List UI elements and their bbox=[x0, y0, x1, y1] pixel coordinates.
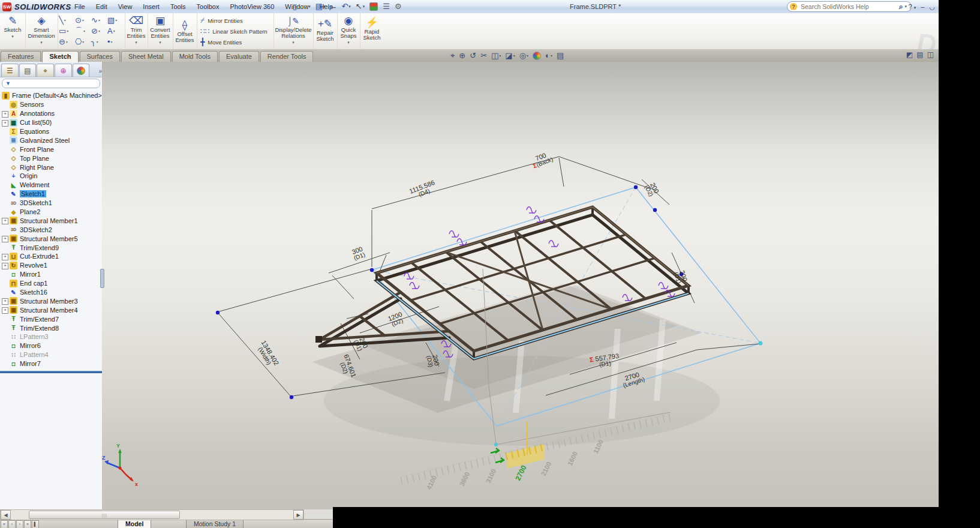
configurationmanager-tab-tab[interactable]: ⌖ bbox=[37, 64, 54, 77]
offset-entities-button[interactable]: ⟠ Offset Entities bbox=[173, 19, 197, 43]
tree-item-mirror6[interactable]: ◘Mirror6 bbox=[0, 341, 102, 350]
print-button[interactable]: ⌙ bbox=[328, 1, 338, 12]
expand-plus-icon[interactable]: + bbox=[2, 307, 8, 314]
slot-tool[interactable]: ⊖▾ bbox=[59, 37, 74, 47]
tab-surfaces[interactable]: Surfaces bbox=[80, 51, 120, 62]
weldment-annotation[interactable] bbox=[457, 239, 467, 245]
viewport-single-icon[interactable]: ◩ bbox=[906, 50, 913, 59]
tab-features[interactable]: Features bbox=[1, 51, 41, 62]
tree-item-trim-extend8[interactable]: ŦTrim/Extend8 bbox=[0, 323, 102, 332]
point-tool[interactable]: •▾ bbox=[107, 37, 123, 47]
select-button[interactable]: ↖▾ bbox=[354, 1, 366, 12]
chevron-down-icon[interactable]: ▾ bbox=[97, 40, 98, 44]
chevron-down-icon[interactable]: ▾ bbox=[66, 40, 68, 44]
weldment-annotation[interactable] bbox=[659, 283, 668, 289]
chevron-down-icon[interactable]: ▾ bbox=[159, 40, 161, 45]
tree-item-structural-member5[interactable]: +▣Structural Member5 bbox=[0, 234, 102, 243]
dimension-line[interactable] bbox=[559, 158, 564, 187]
tree-filter-input[interactable] bbox=[13, 80, 97, 87]
zoom-to-fit-button[interactable]: ⌖ bbox=[449, 50, 456, 61]
menu-item-tools[interactable]: Tools bbox=[165, 1, 191, 13]
previous-view-button[interactable]: ↺ bbox=[468, 50, 478, 61]
dimension-label[interactable]: 700Σ(Back) bbox=[530, 149, 554, 169]
chevron-down-icon[interactable]: ▾ bbox=[499, 53, 501, 58]
view-orientation-button[interactable]: ◫▾ bbox=[489, 50, 503, 61]
tree-item-front-plane[interactable]: ◇Front Plane bbox=[0, 145, 102, 154]
dimension-label[interactable]: 1348.402(Width) bbox=[255, 339, 280, 370]
rebuild-button[interactable] bbox=[368, 1, 380, 12]
circle-tool[interactable]: ⊙▾ bbox=[75, 15, 91, 25]
drag-arrow-icon[interactable] bbox=[491, 448, 499, 453]
tree-item-annotations[interactable]: +AAnnotations bbox=[0, 109, 102, 118]
dimension-label[interactable]: 1200(D2) bbox=[387, 310, 405, 328]
graphics-viewport[interactable]: 1115.586(D4)700Σ(Back)300(D1)200(D2)1348… bbox=[102, 62, 939, 509]
chevron-down-icon[interactable]: ▾ bbox=[83, 29, 85, 33]
search-icon[interactable]: ⌕ bbox=[899, 2, 903, 11]
expand-plus-icon[interactable]: + bbox=[2, 254, 8, 260]
scrollbar-thumb[interactable]: ||| bbox=[29, 511, 180, 519]
tree-item-trim-extend7[interactable]: ŦTrim/Extend7 bbox=[0, 314, 102, 323]
rollback-bar[interactable] bbox=[0, 371, 102, 373]
tree-item-right-plane[interactable]: ◇Right Plane bbox=[0, 163, 102, 172]
tree-item-frame-default-as-machined[interactable]: ▮Frame (Default<As Machined>< bbox=[0, 91, 102, 100]
expand-plus-icon[interactable]: + bbox=[2, 111, 8, 118]
sketch-point[interactable] bbox=[653, 208, 657, 212]
chevron-down-icon[interactable]: ▾ bbox=[82, 40, 84, 44]
options-button[interactable]: ⚙ bbox=[393, 1, 404, 12]
apply-scene-button[interactable]: ◐▾ bbox=[543, 50, 554, 61]
tab-mold-tools[interactable]: Mold Tools bbox=[172, 51, 218, 62]
sketch-point[interactable] bbox=[634, 185, 638, 189]
chevron-down-icon[interactable]: ▾ bbox=[11, 34, 14, 39]
sketch-point[interactable] bbox=[216, 311, 220, 314]
undo-button[interactable]: ↶▾ bbox=[339, 1, 352, 12]
menu-item-view[interactable]: View bbox=[113, 1, 138, 13]
chevron-down-icon[interactable]: ▾ bbox=[308, 4, 311, 9]
chevron-down-icon[interactable]: ▾ bbox=[135, 40, 137, 45]
viewport-canvas[interactable]: 1115.586(D4)700Σ(Back)300(D1)200(D2)1348… bbox=[102, 62, 939, 509]
tree-item-cut-list-50[interactable]: +▦Cut list(50) bbox=[0, 118, 102, 127]
chevron-down-icon[interactable]: ▾ bbox=[113, 29, 115, 33]
panel-splitter-handle[interactable] bbox=[100, 269, 104, 288]
repair-sketch-button[interactable]: +✎ Repair Sketch bbox=[313, 18, 337, 42]
tree-item-cut-extrude1[interactable]: +⊔Cut-Extrude1 bbox=[0, 252, 102, 261]
minimize-button[interactable]: – bbox=[918, 1, 927, 12]
convert-entities-button[interactable]: ▣ Convert Entities ▾ bbox=[148, 15, 173, 45]
hitch-coupler[interactable] bbox=[315, 336, 322, 343]
chevron-down-icon[interactable]: ▾ bbox=[115, 18, 117, 22]
weldment-annotation[interactable] bbox=[449, 231, 459, 238]
weldment-annotation[interactable] bbox=[623, 295, 632, 301]
dimension-line[interactable] bbox=[559, 157, 651, 189]
menu-item-photoview-360[interactable]: PhotoView 360 bbox=[224, 1, 279, 13]
rectangle-tool[interactable]: ▭▾ bbox=[59, 26, 74, 36]
propertymanager-tab-tab[interactable]: ▤ bbox=[19, 64, 37, 77]
chevron-down-icon[interactable]: ▾ bbox=[363, 4, 365, 9]
tree-item-3dsketch1[interactable]: 3D3DSketch1 bbox=[0, 199, 102, 208]
tree-item-end-cap1[interactable]: ⊓End cap1 bbox=[0, 279, 102, 288]
tree-item-mirror7[interactable]: ◘Mirror7 bbox=[0, 359, 102, 368]
tree-item-equations[interactable]: ΣEquations bbox=[0, 127, 102, 136]
tree-item-plane2[interactable]: ◆Plane2 bbox=[0, 208, 102, 217]
sketch-point[interactable] bbox=[370, 268, 374, 272]
tab-motion-study-1[interactable]: Motion Study 1 bbox=[186, 520, 244, 528]
quick-snaps-button[interactable]: ◉ Quick Snaps ▾ bbox=[337, 15, 360, 45]
dimension-line[interactable] bbox=[372, 157, 559, 209]
rapid-sketch-button[interactable]: ⚡ Rapid Sketch bbox=[360, 17, 384, 41]
mirror-entities-button[interactable]: ⌿ Mirror Entities bbox=[200, 15, 278, 26]
smart-dimension-button[interactable]: ◈ Smart Dimension ▾ bbox=[25, 15, 58, 45]
weldment-annotation[interactable] bbox=[410, 283, 419, 289]
chevron-down-icon[interactable]: ▾ bbox=[98, 18, 100, 22]
chevron-down-icon[interactable]: ▾ bbox=[513, 53, 515, 58]
tab-sketch[interactable]: Sketch bbox=[42, 51, 78, 62]
tree-item-origin[interactable]: +Origin bbox=[0, 172, 102, 181]
line-tool[interactable]: ╲▾ bbox=[59, 15, 74, 25]
tree-item-lpattern4[interactable]: ∷LPattern4 bbox=[0, 350, 102, 359]
expand-plus-icon[interactable]: + bbox=[2, 236, 8, 242]
view-settings-button[interactable]: ▤ bbox=[555, 50, 566, 61]
open-button[interactable]: ▱▾ bbox=[300, 1, 312, 12]
viewport-split-icon[interactable]: ▤ bbox=[916, 50, 923, 59]
weldment-annotation[interactable] bbox=[404, 273, 414, 280]
display-style-button[interactable]: ◪▾ bbox=[503, 50, 516, 61]
sketch-button[interactable]: ✎ Sketch ▾ bbox=[0, 15, 25, 39]
tab-model[interactable]: Model bbox=[118, 520, 151, 528]
tree-item-revolve1[interactable]: +↻Revolve1 bbox=[0, 261, 102, 270]
